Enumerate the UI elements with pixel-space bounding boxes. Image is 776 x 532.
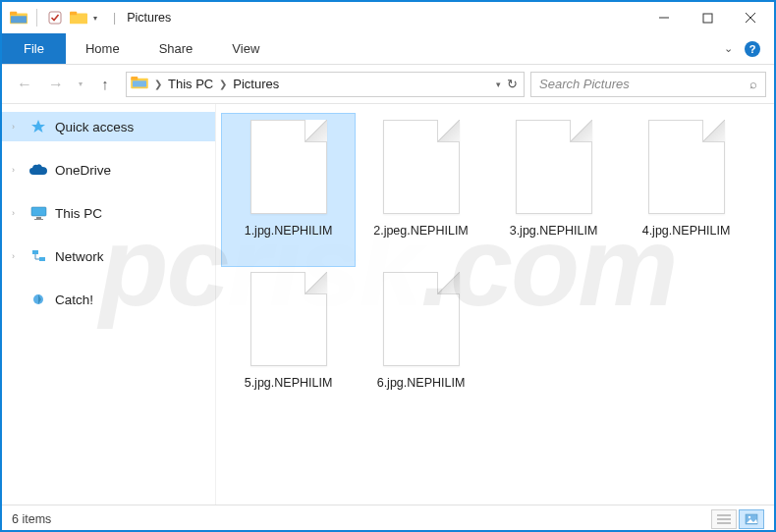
cloud-icon (29, 161, 47, 179)
file-icon (250, 272, 327, 366)
chevron-right-icon[interactable]: › (12, 122, 15, 132)
breadcrumb-root[interactable]: This PC (164, 77, 217, 91)
file-item[interactable]: 4.jpg.NEPHILIM (620, 114, 752, 266)
file-name: 4.jpg.NEPHILIM (642, 224, 731, 239)
up-button[interactable]: ↑ (90, 70, 120, 99)
new-folder-icon[interactable] (70, 9, 87, 27)
title-wrap: | Pictures (111, 11, 171, 25)
file-name: 5.jpg.NEPHILIM (245, 376, 333, 391)
maximize-button[interactable] (686, 3, 729, 32)
svg-marker-13 (31, 120, 45, 133)
file-item[interactable]: 6.jpg.NEPHILIM (355, 266, 487, 418)
sidebar-item-catch[interactable]: Catch! (2, 285, 215, 314)
file-icon (383, 120, 460, 214)
properties-icon[interactable] (46, 9, 64, 27)
svg-rect-2 (11, 16, 27, 23)
navigation-pane: › Quick access › OneDrive › This PC › (2, 104, 216, 505)
address-field[interactable]: ❯ This PC ❯ Pictures ▾ ↻ (126, 72, 525, 97)
title-divider: | (113, 11, 116, 25)
minimize-button[interactable] (642, 3, 686, 32)
file-name: 3.jpg.NEPHILIM (510, 224, 598, 239)
svg-rect-18 (39, 257, 45, 261)
file-icon (250, 120, 327, 214)
addr-dropdown-icon[interactable]: ▾ (496, 80, 501, 89)
refresh-icon[interactable]: ↻ (507, 77, 520, 91)
window-controls (642, 3, 772, 32)
forward-button[interactable]: → (41, 70, 71, 99)
explorer-icon (10, 9, 28, 27)
sidebar-item-network[interactable]: › Network (2, 241, 215, 271)
tab-share[interactable]: Share (139, 33, 213, 64)
ribbon: File Home Share View ⌄ ? (2, 33, 774, 65)
tab-home[interactable]: Home (66, 33, 139, 64)
svg-rect-5 (70, 12, 77, 16)
file-name: 1.jpg.NEPHILIM (245, 224, 333, 239)
sidebar-item-label: Quick access (55, 120, 134, 134)
file-icon (516, 120, 592, 214)
svg-rect-12 (133, 80, 146, 86)
svg-rect-1 (10, 12, 17, 16)
help-icon[interactable]: ? (745, 41, 760, 57)
window-title: Pictures (127, 11, 171, 25)
network-icon (29, 247, 47, 265)
thumbnails-view-button[interactable] (739, 509, 764, 529)
file-icon (383, 272, 460, 366)
file-item[interactable]: 1.jpg.NEPHILIM (222, 114, 355, 266)
svg-point-24 (748, 515, 750, 517)
breadcrumb-folder[interactable]: Pictures (229, 77, 283, 91)
star-icon (29, 118, 47, 135)
status-bar: 6 items (2, 505, 774, 532)
file-name: 6.jpg.NEPHILIM (377, 376, 466, 391)
ribbon-collapse-icon[interactable]: ⌄ (724, 42, 733, 55)
svg-rect-16 (34, 219, 43, 220)
address-bar: ← → ▾ ↑ ❯ This PC ❯ Pictures ▾ ↻ Search … (2, 65, 774, 104)
back-button[interactable]: ← (10, 70, 39, 99)
qat-separator (36, 9, 37, 27)
sidebar-item-label: OneDrive (55, 163, 111, 178)
file-icon (648, 120, 725, 214)
title-bar: ▾ | Pictures (2, 2, 774, 33)
file-item[interactable]: 5.jpg.NEPHILIM (222, 266, 355, 418)
search-placeholder: Search Pictures (539, 77, 630, 91)
chevron-right-icon[interactable]: › (12, 165, 15, 175)
monitor-icon (29, 204, 47, 222)
svg-rect-11 (131, 76, 138, 80)
file-tab[interactable]: File (2, 33, 66, 64)
crumb-sep-icon[interactable]: ❯ (152, 79, 164, 89)
file-list[interactable]: 1.jpg.NEPHILIM 2.jpeg.NEPHILIM 3.jpg.NEP… (216, 104, 774, 505)
svg-rect-15 (36, 217, 41, 219)
svg-rect-14 (31, 207, 46, 216)
search-icon: ⌕ (749, 77, 757, 91)
sidebar-item-this-pc[interactable]: › This PC (2, 198, 215, 228)
sidebar-item-quick-access[interactable]: › Quick access (2, 112, 215, 141)
history-dropdown-icon[interactable]: ▾ (73, 70, 88, 99)
svg-rect-7 (703, 14, 712, 23)
file-item[interactable]: 3.jpg.NEPHILIM (487, 114, 620, 266)
svg-rect-17 (32, 250, 38, 254)
sidebar-item-label: Catch! (55, 293, 93, 307)
svg-rect-3 (49, 12, 61, 24)
search-input[interactable]: Search Pictures ⌕ (530, 72, 766, 97)
qat-dropdown-icon[interactable]: ▾ (93, 14, 105, 23)
quick-access-toolbar: ▾ (4, 9, 105, 27)
folder-icon (131, 76, 148, 93)
file-item[interactable]: 2.jpeg.NEPHILIM (355, 114, 487, 266)
status-count: 6 items (12, 512, 51, 526)
tab-view[interactable]: View (212, 33, 279, 64)
crumb-sep-icon[interactable]: ❯ (217, 79, 229, 89)
sidebar-item-label: This PC (55, 206, 102, 221)
file-name: 2.jpeg.NEPHILIM (373, 224, 469, 239)
chevron-right-icon[interactable]: › (12, 208, 15, 218)
sidebar-item-onedrive[interactable]: › OneDrive (2, 155, 215, 185)
ribbon-end: ⌄ ? (724, 33, 774, 64)
chevron-right-icon[interactable]: › (12, 251, 15, 261)
catch-icon (29, 291, 47, 308)
sidebar-item-label: Network (55, 249, 104, 264)
close-button[interactable] (729, 3, 772, 32)
details-view-button[interactable] (711, 509, 737, 529)
